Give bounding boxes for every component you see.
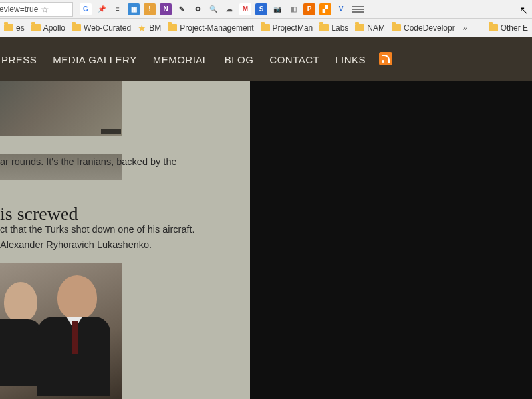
ext-onenote-icon[interactable]: N: [160, 3, 172, 15]
ext-search-icon[interactable]: 🔍: [207, 3, 219, 15]
ext-google-g-icon[interactable]: G: [80, 3, 92, 15]
folder-icon: [261, 24, 270, 31]
ext-gear-icon[interactable]: ⚙: [192, 3, 203, 15]
nav-media-gallery[interactable]: MEDIA GALLERY: [53, 54, 136, 65]
ext-analytics-icon[interactable]: ▞: [319, 3, 331, 15]
folder-icon: [4, 24, 13, 31]
bookmark-star-icon[interactable]: ☆: [41, 4, 49, 15]
article-snippet-2: ct that the Turks shot down one of his a…: [0, 223, 246, 237]
bookmark-label: Project-Management: [180, 23, 253, 33]
nav-links[interactable]: LINKS: [335, 54, 366, 65]
ext-eyedropper-icon[interactable]: ✎: [176, 3, 188, 15]
bookmarks-right: Other E: [489, 23, 528, 33]
ext-box-icon[interactable]: !: [144, 3, 156, 15]
folder-icon: [489, 24, 498, 31]
chrome-menu-button[interactable]: [352, 3, 364, 15]
bookmark-nam[interactable]: NAM: [355, 23, 385, 33]
bookmark-web-curated[interactable]: Web-Curated: [72, 23, 131, 33]
ext-cloud-icon[interactable]: ☁: [223, 3, 235, 15]
bookmark-label: Apollo: [43, 23, 65, 33]
ext-camera-icon[interactable]: 📷: [271, 3, 283, 15]
ext-s-blue-icon[interactable]: S: [255, 3, 267, 15]
folder-icon: [355, 24, 364, 31]
bookmark-label: ProjectMan: [273, 23, 313, 33]
person-1-body: [0, 319, 41, 386]
nav-contact[interactable]: CONTACT: [269, 54, 319, 65]
bookmark-label: Web-Curated: [84, 23, 131, 33]
bookmark-label: BM: [149, 23, 161, 33]
article-snippet-3: Alexander Ryhoravich Lukashenko.: [0, 239, 246, 252]
bookmark-es[interactable]: es: [4, 23, 25, 33]
url-text: review=true: [0, 5, 38, 14]
bookmark-label: CodeDevelopr: [404, 23, 455, 33]
ext-tile-icon[interactable]: ▦: [128, 3, 140, 15]
folder-icon: [319, 24, 329, 31]
folder-icon: [168, 24, 177, 31]
bookmark-codedevelopr[interactable]: CodeDevelopr: [392, 23, 455, 33]
ext-shield-icon[interactable]: ◧: [287, 3, 299, 15]
nav-press[interactable]: PRESS: [1, 54, 37, 65]
nav-memorial[interactable]: MEMORIAL: [153, 54, 209, 65]
rss-icon[interactable]: [379, 52, 392, 65]
site-nav: PRESS MEDIA GALLERY MEMORIAL BLOG CONTAC…: [0, 37, 532, 81]
bookmark-label: Labs: [331, 23, 348, 33]
person-2-head: [57, 275, 97, 319]
star-icon: ★: [138, 23, 146, 33]
bookmark-labs[interactable]: Labs: [319, 23, 348, 33]
address-bar[interactable]: review=true ☆: [0, 2, 73, 17]
mouse-cursor-icon: ↖: [519, 4, 528, 17]
article-headline[interactable]: is screwed: [0, 203, 78, 225]
bookmark-bm[interactable]: ★BM: [138, 23, 161, 33]
ext-pin-icon[interactable]: 📌: [96, 3, 108, 15]
article-snippet-1: ar rounds. It's the Iranians, backed by …: [0, 156, 246, 169]
article-image-1: [0, 81, 122, 136]
ext-p-orange-icon[interactable]: P: [303, 3, 315, 15]
bookmarks-bar: esApolloWeb-Curated★BMProject-Management…: [0, 19, 532, 37]
bookmark-label: es: [16, 23, 25, 33]
nav-blog[interactable]: BLOG: [225, 54, 254, 65]
folder-icon: [72, 24, 81, 31]
bookmarks-left: esApolloWeb-Curated★BMProject-Management…: [4, 23, 455, 33]
folder-icon: [392, 24, 401, 31]
folder-icon: [31, 24, 41, 31]
bookmark-project-management[interactable]: Project-Management: [168, 23, 253, 33]
bookmarks-overflow[interactable]: »: [462, 23, 469, 33]
bookmark-projectman[interactable]: ProjectMan: [261, 23, 313, 33]
person-2-tie: [72, 321, 78, 354]
ext-gmail-icon[interactable]: M: [239, 3, 251, 15]
bookmark-label: NAM: [367, 23, 385, 33]
page-content: PRESS MEDIA GALLERY MEMORIAL BLOG CONTAC…: [0, 37, 532, 399]
person-1-head: [4, 282, 37, 322]
extension-icons: G📌≡▦!N✎⚙🔍☁MS📷◧P▞V: [73, 3, 351, 15]
bookmark-label: Other E: [501, 23, 528, 33]
bookmark-other[interactable]: Other E: [489, 23, 528, 33]
ext-buffer-icon[interactable]: ≡: [112, 3, 124, 15]
browser-toolbar: review=true ☆ G📌≡▦!N✎⚙🔍☁MS📷◧P▞V ↖: [0, 0, 532, 19]
ext-v-blue-icon[interactable]: V: [335, 3, 347, 15]
article-image-2: [0, 263, 122, 399]
bookmark-apollo[interactable]: Apollo: [31, 23, 65, 33]
